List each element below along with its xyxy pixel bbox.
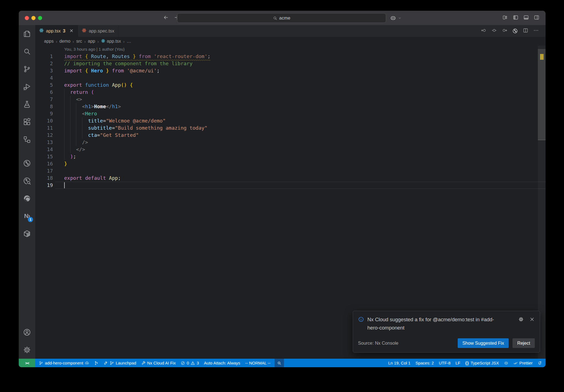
copilot-icon (504, 361, 508, 365)
code-line-12: 12 cta="Get Started" (35, 132, 546, 139)
code-editor[interactable]: You, 3 hours ago | 1 author (You) 1impor… (35, 46, 546, 359)
debug-icon (23, 83, 31, 91)
status-copilot-status[interactable] (501, 359, 511, 367)
status-launchpad[interactable]: Launchpad (101, 359, 139, 367)
breadcrumb-item-app[interactable]: app (88, 39, 95, 44)
status-auto-attach[interactable]: Auto Attach: Always (202, 359, 243, 367)
minimize-window-button[interactable] (31, 16, 36, 20)
breadcrumb: apps›demo›src›app›app.tsx›… (35, 37, 546, 46)
beaker-icon (23, 100, 31, 108)
code-line-18: 18export default App; (35, 175, 546, 182)
status-cursor-position[interactable]: Ln 19, Col 1 (386, 359, 413, 367)
indent-guide (64, 117, 64, 124)
edge-icon (23, 194, 31, 203)
activity-item-run-and-debug[interactable] (19, 78, 35, 96)
code-line-6: 6 return ( (35, 89, 546, 96)
layout-customize-button[interactable] (502, 15, 508, 21)
package-icon (23, 230, 31, 238)
activity-item-search[interactable] (19, 43, 35, 60)
status-branch[interactable]: add-hero-component (36, 359, 92, 367)
layout-sidebar-right-button[interactable] (534, 15, 539, 21)
tab-dirty-badge: 3 (63, 28, 65, 34)
run-circle-icon (512, 28, 518, 34)
layout-panel-button[interactable] (523, 15, 529, 21)
breadcrumb-item-apps[interactable]: apps (44, 39, 54, 44)
status-zoom-indicator[interactable] (275, 359, 284, 367)
notification-close-button[interactable] (529, 317, 535, 323)
scrollbar-thumb[interactable] (538, 49, 546, 140)
tab-app.tsx[interactable]: app.tsx3 (35, 25, 78, 37)
go-back-change-button[interactable] (481, 28, 487, 34)
code-line-7: 7 <> (35, 96, 546, 103)
current-change-button[interactable] (491, 28, 497, 34)
indent-guide (64, 139, 64, 146)
activity-item-hierarchy[interactable] (19, 131, 35, 148)
activity-item-nx-console[interactable]: N›1 (19, 207, 35, 225)
forward-circle-icon (502, 28, 508, 33)
breadcrumb-item-demo[interactable]: demo (59, 39, 70, 44)
tab-label: app.tsx (46, 28, 61, 34)
zoom-out-icon (277, 361, 281, 365)
run-or-debug-button[interactable] (512, 28, 518, 34)
activity-item-explorer[interactable] (19, 25, 35, 43)
line-number: 4 (35, 74, 53, 81)
line-number: 10 (35, 117, 53, 124)
layout-sidebar-left-button[interactable] (513, 15, 519, 21)
copilot-menu[interactable] (390, 15, 402, 21)
status-encoding[interactable]: UTF-8 (436, 359, 453, 367)
code-line-5: 5export function App() { (35, 81, 546, 89)
arrow-left-button[interactable] (163, 15, 169, 21)
close-tab-button[interactable] (69, 28, 74, 34)
tab-app.spec.tsx[interactable]: app.spec.tsx (78, 25, 118, 37)
status-eol[interactable]: LF (453, 359, 463, 367)
breadcrumb-item-…[interactable]: … (127, 39, 131, 44)
arrow-left-icon (163, 15, 169, 20)
indent-guide (76, 117, 76, 124)
activity-item-testing[interactable] (19, 96, 35, 113)
status-nx-cloud-ai-fix[interactable]: Nx Cloud AI Fix (139, 359, 178, 367)
activity-item-gitlens-inspect[interactable] (19, 172, 35, 190)
activity-item-gitlens[interactable] (19, 154, 35, 172)
activity-item-extensions[interactable] (19, 113, 35, 131)
go-next-change-button[interactable] (502, 28, 508, 34)
layout-controls (502, 15, 539, 21)
activity-item-accounts[interactable] (19, 323, 35, 341)
notification-settings-button[interactable] (518, 317, 524, 323)
activity-item-source-control[interactable] (19, 60, 35, 78)
status-language-mode[interactable]: {}TypeScript JSX (463, 359, 501, 367)
close-window-button[interactable] (25, 16, 29, 20)
command-center[interactable]: acme (177, 13, 386, 23)
reject-button[interactable]: Reject (513, 338, 535, 348)
indent-guide (64, 153, 64, 160)
status-commit-graph[interactable] (92, 359, 101, 367)
line-number: 7 (35, 96, 53, 103)
breadcrumb-separator: › (84, 39, 86, 44)
status-indentation[interactable]: Spaces: 2 (413, 359, 436, 367)
activity-item-settings[interactable] (19, 341, 35, 359)
zoom-window-button[interactable] (38, 16, 42, 20)
search-icon (23, 47, 31, 56)
indent-guide (70, 110, 70, 117)
breadcrumb-item-app.tsx[interactable]: app.tsx (101, 39, 121, 44)
status-problems[interactable]: 03 (178, 359, 202, 367)
info-icon (358, 316, 364, 322)
breadcrumb-item-src[interactable]: src (76, 39, 82, 44)
line-number: 11 (35, 124, 53, 132)
activity-item-package-explorer[interactable] (19, 225, 35, 243)
code-line-11: 11 subtitle="Build something amazing tod… (35, 124, 546, 132)
line-number: 6 (35, 89, 53, 96)
line-number: 5 (35, 81, 53, 89)
activity-item-edge-devtools[interactable] (19, 190, 35, 207)
status-vim-mode[interactable]: -- NORMAL -- (243, 359, 273, 367)
indent-guide (64, 146, 64, 153)
close-icon (529, 317, 535, 322)
code-line-2: 2// importing the component from the lib… (35, 60, 546, 67)
split-editor-button[interactable] (523, 28, 528, 34)
remote-indicator[interactable]: >< (19, 359, 35, 367)
status-notifications-bell[interactable] (535, 359, 544, 367)
line-number: 15 (35, 153, 53, 160)
status-formatter[interactable]: Prettier (511, 359, 535, 367)
show-suggested-fix-button[interactable]: Show Suggested Fix (458, 338, 509, 348)
indent-guide (70, 139, 70, 146)
more-actions-button[interactable] (533, 28, 539, 34)
